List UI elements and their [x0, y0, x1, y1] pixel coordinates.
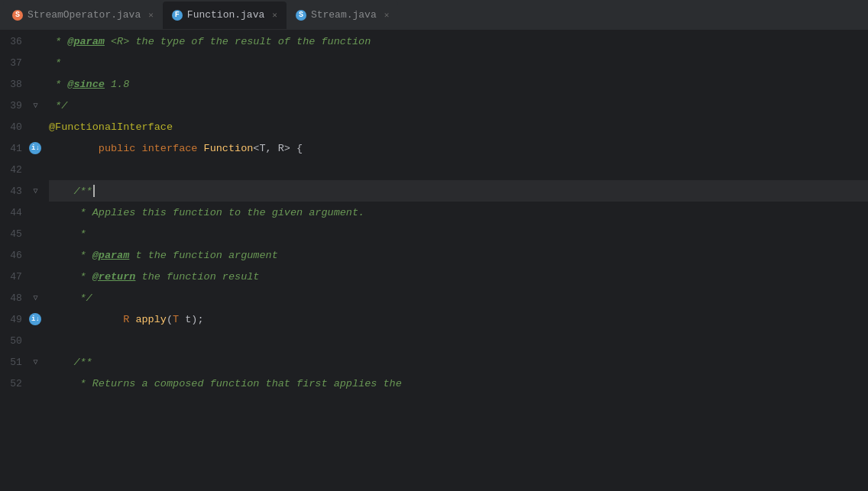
gutter-51[interactable]: ▽ [28, 357, 43, 367]
code-line-38: * @since 1.8 [49, 73, 868, 95]
code-line-51: /** [49, 351, 868, 373]
line-num-44: 44 [0, 207, 28, 218]
line-num-47: 47 [0, 271, 28, 283]
code-text-36: * @param <R> the type of the result of t… [49, 36, 371, 47]
gutter-41: i↓ [28, 142, 43, 154]
line-row-40: 40 [0, 116, 46, 137]
tab-close-streamoperator[interactable]: ✕ [148, 10, 154, 20]
code-line-44: * Applies this function to the given arg… [49, 202, 868, 223]
line-num-36: 36 [0, 36, 28, 47]
code-text-50 [49, 335, 55, 347]
line-row-37: 37 [0, 52, 46, 73]
tab-label-streamoperator: StreamOperator.java [28, 9, 141, 21]
line-num-43: 43 [0, 186, 28, 197]
line-num-49: 49 [0, 314, 28, 325]
code-line-36: * @param <R> the type of the result of t… [49, 31, 868, 52]
tab-bar: S StreamOperator.java ✕ F Function.java … [0, 0, 868, 31]
line-row-44: 44 [0, 202, 46, 223]
code-text-44: * Applies this function to the given arg… [49, 207, 364, 218]
line-num-42: 42 [0, 164, 28, 176]
line-row-50: 50 [0, 330, 46, 351]
badge-41: i↓ [29, 142, 41, 154]
line-num-46: 46 [0, 250, 28, 261]
fold-icon-51[interactable]: ▽ [33, 357, 37, 367]
code-text-41: public interface Function<T, R> { [49, 131, 303, 166]
code-line-45: * [49, 223, 868, 244]
fold-icon-43[interactable]: ▽ [33, 186, 37, 195]
line-row-48: 48 ▽ [0, 287, 46, 308]
line-num-40: 40 [0, 121, 28, 133]
code-text-42 [49, 164, 55, 176]
code-line-37: * [49, 52, 868, 73]
code-line-49: R apply(T t); [49, 308, 868, 330]
tab-icon-stream: S [296, 10, 306, 21]
code-text-38: * @since 1.8 [49, 79, 129, 90]
line-num-52: 52 [0, 378, 28, 389]
code-line-46: * @param t the function argument [49, 244, 868, 266]
line-numbers: 36 37 38 39 ▽ 40 41 i↓ [0, 31, 46, 491]
gutter-39[interactable]: ▽ [28, 101, 43, 110]
fold-icon-39[interactable]: ▽ [33, 101, 37, 110]
code-line-43: /** [49, 180, 868, 202]
line-row-41: 41 i↓ [0, 137, 46, 159]
line-num-48: 48 [0, 292, 28, 304]
code-text-51: /** [49, 357, 92, 368]
line-num-39: 39 [0, 100, 28, 111]
tab-icon-streamoperator: S [12, 10, 23, 21]
code-text-37: * [49, 57, 61, 69]
tab-close-function[interactable]: ✕ [272, 10, 277, 20]
line-row-42: 42 [0, 159, 46, 180]
code-text-46: * @param t the function argument [49, 250, 278, 261]
code-line-39: */ [49, 95, 868, 116]
code-text-47: * @return the function result [49, 271, 259, 283]
code-line-52: * Returns a composed function that first… [49, 373, 868, 394]
gutter-43[interactable]: ▽ [28, 186, 43, 195]
tab-close-stream[interactable]: ✕ [384, 10, 390, 20]
line-row-45: 45 [0, 223, 46, 244]
tab-icon-function: F [172, 10, 183, 21]
line-num-37: 37 [0, 57, 28, 69]
line-row-46: 46 [0, 244, 46, 266]
code-line-41: public interface Function<T, R> { [49, 137, 868, 159]
tab-function[interactable]: F Function.java ✕ [163, 2, 287, 29]
line-row-49: 49 i↓ [0, 308, 46, 330]
code-content[interactable]: * @param <R> the type of the result of t… [46, 31, 868, 491]
line-row-47: 47 [0, 266, 46, 287]
line-row-38: 38 [0, 73, 46, 95]
code-text-39: */ [49, 100, 67, 111]
line-row-36: 36 [0, 31, 46, 52]
line-row-52: 52 [0, 373, 46, 394]
code-text-49: R apply(T t); [49, 302, 204, 337]
line-num-38: 38 [0, 79, 28, 90]
tab-label-stream: Stream.java [311, 9, 377, 21]
code-text-45: * [49, 228, 86, 240]
editor-area: 36 37 38 39 ▽ 40 41 i↓ [0, 31, 868, 491]
tab-streamoperator[interactable]: S StreamOperator.java ✕ [3, 2, 163, 29]
line-num-41: 41 [0, 143, 28, 154]
line-row-43: 43 ▽ [0, 180, 46, 202]
line-num-51: 51 [0, 357, 28, 368]
tab-label-function: Function.java [187, 9, 264, 21]
line-num-45: 45 [0, 228, 28, 240]
badge-49: i↓ [29, 313, 41, 325]
gutter-49: i↓ [28, 313, 43, 325]
line-row-39: 39 ▽ [0, 95, 46, 116]
tab-stream[interactable]: S Stream.java ✕ [287, 2, 398, 29]
line-num-50: 50 [0, 335, 28, 347]
line-row-51: 51 ▽ [0, 351, 46, 373]
fold-icon-48[interactable]: ▽ [33, 293, 37, 302]
gutter-48[interactable]: ▽ [28, 293, 43, 302]
code-text-43: /** [49, 185, 95, 197]
code-text-52: * Returns a composed function that first… [49, 378, 402, 389]
code-line-47: * @return the function result [49, 266, 868, 287]
